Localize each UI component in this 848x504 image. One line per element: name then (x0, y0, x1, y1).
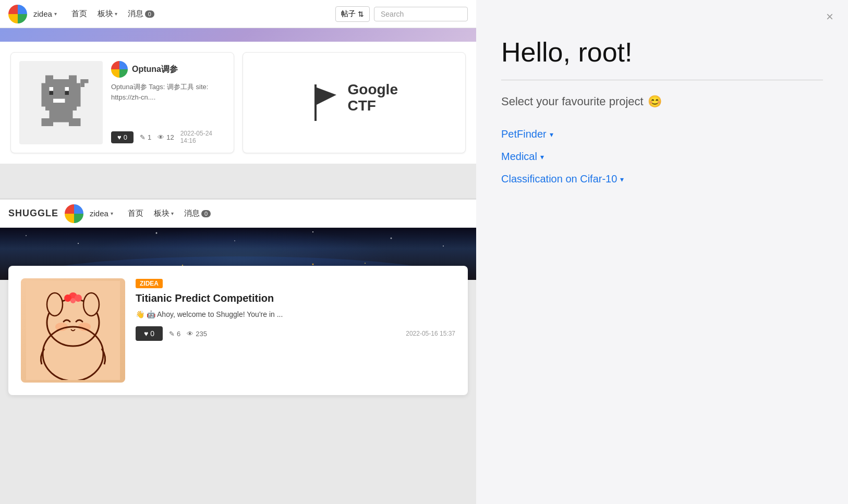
nav-messages-label: 消息 (128, 9, 143, 19)
competition-meta: ♥ 0 ✎ 6 👁 235 2022-05-16 15:37 (136, 326, 455, 341)
eye-icon-comp: 👁 (187, 330, 193, 338)
heart-icon-comp: ♥ (144, 329, 148, 338)
greeting-title: Hello, root! (501, 38, 823, 67)
shuggle-brand-name[interactable]: zidea ▾ (90, 209, 113, 218)
shuggle-message-badge: 0 (201, 210, 211, 217)
project-label-medical: Medical (501, 151, 537, 163)
google-text: Google (348, 82, 398, 98)
post-desc-optuna: Optuna调参 Tags: 调参工具 site: https://zh-cn.… (111, 82, 225, 102)
svg-point-42 (70, 298, 76, 303)
post-content-optuna: Optuna调参 Optuna调参 Tags: 调参工具 site: https… (111, 61, 225, 144)
bunny-illustration (21, 278, 125, 383)
post-selector[interactable]: 帖子 ⇅ (335, 6, 370, 22)
post-title-optuna: Optuna调参 (132, 64, 178, 75)
zidea-badge: ZIDEA (136, 279, 163, 288)
svg-rect-7 (50, 91, 54, 95)
selector-arrow: ⇅ (358, 10, 364, 18)
avatar-optuna (111, 61, 128, 78)
content-section-1: Optuna调参 Optuna调参 Tags: 调参工具 site: https… (0, 42, 476, 164)
competition-thumbnail (21, 278, 125, 383)
shuggle-nav-links: 首页 板块 ▾ 消息 0 (124, 205, 215, 222)
competition-card: ZIDEA Titianic Predict Competition 👋 🤖 A… (21, 278, 455, 383)
dropdown-arrow-medical: ▾ (540, 153, 544, 161)
svg-rect-8 (65, 91, 69, 95)
view-number-comp: 235 (196, 330, 207, 338)
competition-date: 2022-05-16 15:37 (406, 330, 455, 337)
nav-boards-label: 板块 (98, 9, 113, 19)
svg-rect-1 (42, 83, 46, 107)
message-badge: 0 (145, 10, 154, 18)
shuggle-nav-boards[interactable]: 板块 ▾ (150, 205, 178, 222)
shuggle-navbar: SHUGGLE zidea ▾ 首页 板块 ▾ 消息 0 (0, 200, 476, 228)
post-card-optuna: Optuna调参 Optuna调参 Tags: 调参工具 site: https… (10, 52, 234, 153)
project-item-cifar[interactable]: Classification on Cifar-10 ▾ (501, 170, 823, 188)
edit-number-comp: 6 (177, 330, 180, 338)
svg-point-17 (26, 235, 27, 236)
nav-right: 帖子 ⇅ Search (335, 6, 468, 22)
like-count-competition: 0 (150, 329, 154, 338)
project-label-cifar: Classification on Cifar-10 (501, 173, 617, 185)
select-project-text: Select your favourite project 😊 (501, 95, 823, 108)
emoji-icon: 😊 (648, 95, 662, 108)
competition-card-container: ZIDEA Titianic Predict Competition 👋 🤖 A… (8, 266, 468, 395)
project-item-petfinder[interactable]: PetFinder ▾ (501, 125, 823, 143)
bunny-svg (26, 281, 120, 380)
svg-rect-9 (53, 99, 65, 103)
post-date-optuna: 2022-05-24 14:16 (180, 130, 225, 144)
nav-home[interactable]: 首页 (67, 6, 91, 22)
view-number: 12 (166, 133, 174, 141)
view-count-optuna: 👁 12 (158, 133, 174, 141)
project-label-petfinder: PetFinder (501, 128, 547, 140)
like-button-optuna[interactable]: ♥ 0 (111, 131, 134, 143)
shuggle-nav-home[interactable]: 首页 (124, 205, 148, 222)
logo-icon[interactable] (8, 5, 27, 23)
like-button-competition[interactable]: ♥ 0 (136, 326, 163, 341)
ctf-text: CTF (348, 98, 398, 114)
project-item-medical[interactable]: Medical ▾ (501, 147, 823, 166)
competition-title: Titianic Predict Competition (136, 292, 455, 304)
google-ctf-logo: Google CTF (310, 82, 398, 124)
svg-point-19 (156, 232, 158, 234)
nav-boards-arrow: ▾ (115, 11, 117, 17)
dropdown-arrow-petfinder: ▾ (550, 130, 553, 139)
nav-messages[interactable]: 消息 0 (124, 6, 159, 22)
competition-badge: ZIDEA (136, 279, 163, 288)
svg-rect-11 (42, 118, 54, 126)
eye-icon: 👁 (158, 133, 164, 141)
right-panel: × Hello, root! Select your favourite pro… (476, 0, 848, 504)
brand-name[interactable]: zidea ▾ (33, 9, 57, 18)
competition-content: ZIDEA Titianic Predict Competition 👋 🤖 A… (136, 278, 455, 341)
navbar-top: zidea ▾ 首页 板块 ▾ 消息 0 帖子 ⇅ Search (0, 0, 476, 28)
shuggle-brand-text: zidea (90, 209, 108, 218)
selector-label: 帖子 (341, 9, 356, 19)
svg-rect-4 (69, 76, 77, 83)
svg-rect-12 (69, 118, 81, 126)
svg-point-41 (75, 294, 82, 302)
svg-marker-16 (316, 87, 336, 105)
svg-rect-5 (50, 87, 54, 91)
nav-boards[interactable]: 板块 ▾ (93, 6, 122, 22)
svg-rect-3 (45, 76, 53, 83)
edit-count-optuna: ✎ 1 (140, 133, 151, 141)
close-button[interactable]: × (826, 10, 833, 23)
post-meta-optuna: ♥ 0 ✎ 1 👁 12 2022-05-24 14:16 (111, 130, 225, 144)
pencil-icon: ✎ (140, 133, 146, 141)
shuggle-avatar (65, 204, 83, 223)
flag-icon (310, 82, 342, 124)
search-input[interactable]: Search (374, 7, 468, 21)
svg-point-40 (64, 294, 71, 302)
panel-divider (501, 80, 823, 80)
post-card-google-ctf[interactable]: Google CTF (243, 52, 466, 153)
like-count-optuna: 0 (124, 133, 127, 141)
shuggle-nav-messages[interactable]: 消息 0 (180, 205, 215, 222)
dropdown-arrow-cifar: ▾ (620, 175, 624, 183)
view-count-competition: 👁 235 (187, 330, 207, 338)
shuggle-brand: SHUGGLE (8, 208, 58, 219)
svg-point-37 (47, 293, 63, 316)
pencil-icon-comp: ✎ (169, 330, 175, 338)
svg-point-38 (83, 293, 99, 316)
svg-rect-6 (65, 87, 69, 91)
svg-rect-2 (77, 83, 81, 107)
svg-point-21 (312, 231, 313, 232)
post-thumbnail-optuna (19, 61, 103, 144)
